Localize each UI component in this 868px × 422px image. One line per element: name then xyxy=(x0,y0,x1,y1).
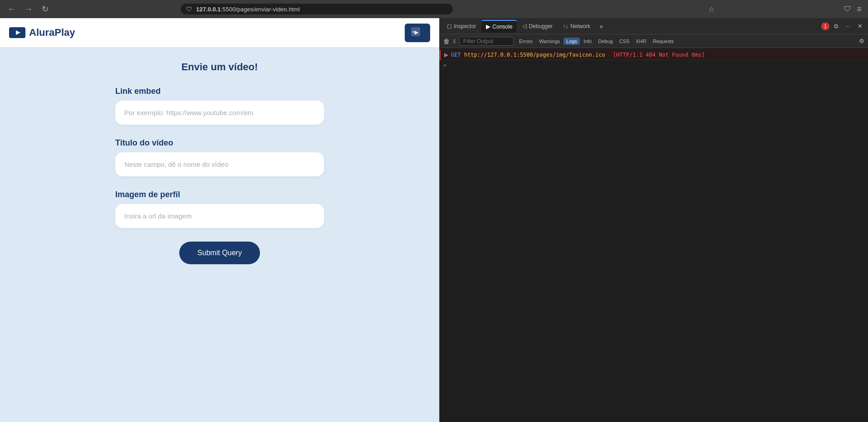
link-embed-input[interactable] xyxy=(115,101,324,125)
tab-network[interactable]: ↑↓ Network xyxy=(558,20,595,33)
tab-debugger[interactable]: ◁ Debugger xyxy=(518,20,557,33)
field-label-link: Link embed xyxy=(115,87,324,96)
star-button[interactable]: ☆ xyxy=(708,5,715,14)
tab-inspector-label: Inspector xyxy=(454,23,476,29)
tab-console-label: Console xyxy=(492,24,512,30)
form-container: Envie um vídeo! Link embed Titulo do víd… xyxy=(106,61,333,264)
back-button[interactable]: ← xyxy=(5,3,18,16)
field-label-title: Titulo do vídeo xyxy=(115,138,324,148)
filter-icon: ⊻ xyxy=(452,38,456,44)
error-badge: 1 xyxy=(821,22,829,30)
log-url: http://127.0.0.1:5500/pages/img/favicon.… xyxy=(464,52,605,58)
more-tabs-button[interactable]: » xyxy=(596,21,607,32)
field-group-image: Imagem de perfil xyxy=(115,190,324,228)
extension-icons: 🛡 xyxy=(844,5,851,13)
shield-ext-icon: 🛡 xyxy=(844,5,851,13)
video-title-input[interactable] xyxy=(115,152,324,176)
console-toolbar: 🗑 ⊻ Errors Warnings Logs Info Debug CSS … xyxy=(440,34,868,48)
field-group-title: Titulo do vídeo xyxy=(115,138,324,176)
page-header: AluraPlay + ▶ xyxy=(0,18,439,48)
filter-input[interactable] xyxy=(459,37,514,46)
log-status-msg: Not Found 0ms] xyxy=(659,52,705,58)
console-filter-buttons: Errors Warnings Logs Info Debug CSS XHR … xyxy=(516,38,677,45)
filter-warnings[interactable]: Warnings xyxy=(536,38,563,45)
browser-toolbar: ← → ↻ 🛡 127.0.0.1:5500/pages/enviar-vide… xyxy=(0,0,868,18)
tab-inspector[interactable]: ◻ Inspector xyxy=(442,20,481,33)
address-bold: 127.0.0.1 xyxy=(196,6,221,13)
logo-area: AluraPlay xyxy=(9,27,75,39)
filter-debug[interactable]: Debug xyxy=(595,38,615,45)
filter-xhr[interactable]: XHR xyxy=(633,38,649,45)
network-icon: ↑↓ xyxy=(563,23,569,29)
devtools-actions: 1 ⧉ ··· ✕ xyxy=(821,21,865,31)
shield-icon: 🛡 xyxy=(186,5,192,13)
console-icon: ▶ xyxy=(486,23,490,30)
profile-image-input[interactable] xyxy=(115,204,324,228)
devtools-tabs: ◻ Inspector ▶ Console ◁ Debugger ↑↓ Netw… xyxy=(440,18,868,34)
tab-console[interactable]: ▶ Console xyxy=(481,20,517,33)
browser-chrome: ← → ↻ 🛡 127.0.0.1:5500/pages/enviar-vide… xyxy=(0,0,868,18)
svg-text:▶: ▶ xyxy=(415,29,419,35)
log-status-code-val: 404 xyxy=(646,52,656,58)
clear-console-button[interactable]: 🗑 xyxy=(443,38,450,45)
address-rest: :5500/pages/enviar-video.html xyxy=(221,6,300,13)
page-title: Envie um vídeo! xyxy=(115,61,324,73)
console-log-row[interactable]: ▶ GET http://127.0.0.1:5500/pages/img/fa… xyxy=(440,50,868,60)
tab-debugger-label: Debugger xyxy=(529,23,553,29)
logo-text: AluraPlay xyxy=(29,27,75,39)
forward-button[interactable]: → xyxy=(22,3,35,16)
field-label-image: Imagem de perfil xyxy=(115,190,324,199)
console-chevrons: » xyxy=(440,60,868,70)
console-content: ▶ GET http://127.0.0.1:5500/pages/img/fa… xyxy=(440,48,868,422)
reload-button[interactable]: ↻ xyxy=(39,2,51,16)
main-split: AluraPlay + ▶ Envie um vídeo! Link embed xyxy=(0,18,868,422)
logo-icon xyxy=(9,27,25,38)
inspector-icon: ◻ xyxy=(447,23,452,29)
filter-errors[interactable]: Errors xyxy=(516,38,535,45)
address-text: 127.0.0.1:5500/pages/enviar-video.html xyxy=(196,6,447,13)
responsive-button[interactable]: ⧉ xyxy=(831,21,841,31)
address-bar[interactable]: 🛡 127.0.0.1:5500/pages/enviar-video.html xyxy=(181,4,453,15)
debugger-icon: ◁ xyxy=(522,23,527,29)
browser-page: AluraPlay + ▶ Envie um vídeo! Link embed xyxy=(0,18,439,422)
filter-css[interactable]: CSS xyxy=(617,38,633,45)
log-method: GET xyxy=(451,52,461,58)
devtools-panel: ◻ Inspector ▶ Console ◁ Debugger ↑↓ Netw… xyxy=(439,18,868,422)
console-log-text: GET http://127.0.0.1:5500/pages/img/favi… xyxy=(451,52,864,58)
tab-network-label: Network xyxy=(570,23,590,29)
filter-logs[interactable]: Logs xyxy=(564,38,580,45)
more-options-button[interactable]: ··· xyxy=(843,21,853,31)
expand-arrow[interactable]: ▶ xyxy=(444,52,448,58)
add-video-button[interactable]: + ▶ xyxy=(405,24,430,42)
field-group-link: Link embed xyxy=(115,87,324,125)
console-settings-button[interactable]: ⚙ xyxy=(859,38,864,44)
log-status: [HTTP/1.1 404 Not Found 0ms] xyxy=(613,52,705,58)
close-devtools-button[interactable]: ✕ xyxy=(855,21,865,31)
filter-info[interactable]: Info xyxy=(581,38,594,45)
page-content: Envie um vídeo! Link embed Titulo do víd… xyxy=(0,48,439,422)
filter-requests[interactable]: Requests xyxy=(650,38,677,45)
submit-button[interactable]: Submit Query xyxy=(179,242,260,264)
menu-button[interactable]: ≡ xyxy=(855,3,863,16)
log-status-text: [HTTP/1.1 xyxy=(613,52,642,58)
